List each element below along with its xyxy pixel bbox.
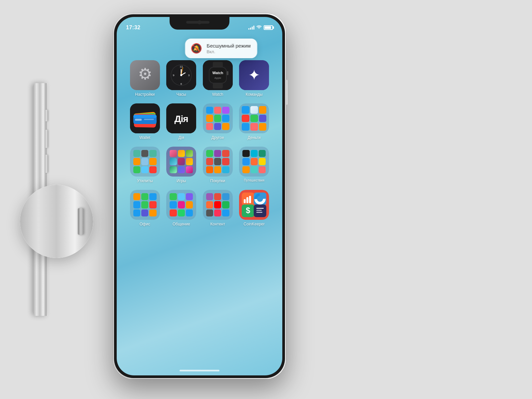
app-travel-label: Путешествия — [244, 179, 264, 182]
app-dengi-label: Деньги — [248, 135, 261, 140]
svg-point-12 — [180, 74, 182, 76]
svg-text:6: 6 — [181, 82, 182, 85]
iphone-screen: 17:32 — [117, 17, 282, 375]
notch — [170, 17, 229, 30]
volume-down-button[interactable] — [45, 155, 48, 173]
app-content-label: Контент — [210, 222, 225, 226]
app-wallet[interactable]: Wallet — [127, 103, 163, 140]
app-nastroyki-label: Настройки — [135, 92, 155, 97]
status-time: 17:32 — [126, 25, 140, 31]
svg-rect-37 — [249, 196, 251, 203]
svg-rect-35 — [244, 199, 246, 203]
power-button[interactable] — [286, 80, 288, 105]
app-coinkeeper-label: CoinKeeper — [244, 222, 265, 226]
iphone: 17:32 — [113, 13, 286, 379]
mute-button[interactable] — [45, 110, 48, 121]
home-indicator — [180, 370, 219, 371]
svg-text:9: 9 — [173, 74, 175, 77]
svg-text:12: 12 — [180, 65, 183, 68]
app-nastroyki[interactable]: ⚙ Настройки — [127, 60, 163, 97]
app-communication-label: Общение — [173, 222, 190, 226]
silent-mode-toast: 🔕 Бесшумный режим Вкл. — [185, 39, 257, 58]
svg-rect-20 — [227, 71, 228, 75]
app-chasy[interactable]: 12 3 6 9 — [163, 60, 200, 97]
app-chasy-label: Часы — [177, 92, 186, 97]
app-drugoe[interactable]: Другое — [200, 103, 236, 140]
magnifier-circle — [20, 185, 93, 258]
app-coinkeeper[interactable]: $ CoinKeeper — [236, 190, 273, 226]
svg-text:Watch: Watch — [212, 71, 223, 75]
app-utility[interactable]: Утилиты — [127, 147, 163, 183]
app-communication[interactable]: Общение — [163, 190, 200, 226]
app-content[interactable]: Контент — [200, 190, 236, 226]
app-grid: ⚙ Настройки 12 — [123, 60, 276, 226]
silent-text-block: Бесшумный режим Вкл. — [207, 43, 251, 54]
battery-icon — [264, 25, 273, 30]
app-shopping[interactable]: Покупки — [200, 147, 236, 183]
svg-rect-45 — [256, 210, 262, 211]
wifi-icon — [256, 25, 262, 30]
volume-up-button[interactable] — [45, 130, 48, 148]
silent-bell-icon: 🔕 — [191, 43, 202, 54]
app-office[interactable]: Офис — [127, 190, 163, 226]
signal-icon — [248, 26, 254, 30]
svg-text:⚙: ⚙ — [138, 65, 152, 83]
svg-rect-30 — [144, 119, 154, 120]
app-diia[interactable]: Дія Дія — [163, 103, 200, 140]
silent-mode-subtitle: Вкл. — [207, 49, 251, 54]
app-travel[interactable]: Путешествия — [236, 147, 273, 183]
app-games[interactable]: Игры — [163, 147, 200, 183]
svg-rect-29 — [135, 119, 142, 121]
svg-text:$: $ — [246, 206, 251, 215]
app-komandy-label: Команды — [246, 92, 263, 97]
svg-text:3: 3 — [188, 74, 190, 77]
app-office-label: Офис — [140, 222, 150, 226]
svg-text:✦: ✦ — [248, 67, 260, 83]
silent-mode-title: Бесшумный режим — [207, 43, 251, 49]
svg-rect-28 — [133, 115, 157, 118]
app-wallet-label: Wallet — [139, 135, 150, 140]
app-shopping-label: Покупки — [210, 179, 225, 183]
app-komandy[interactable]: ✦ Команды — [236, 60, 273, 97]
svg-text:Дія: Дія — [175, 114, 188, 124]
magnifier-button-detail — [78, 208, 84, 235]
svg-rect-36 — [246, 197, 248, 203]
svg-rect-46 — [256, 212, 262, 213]
app-diia-label: Дія — [179, 135, 184, 140]
svg-rect-17 — [209, 67, 226, 83]
app-utility-label: Утилиты — [137, 179, 153, 183]
app-dengi[interactable]: Деньги — [236, 103, 273, 140]
app-drugoe-label: Другое — [211, 135, 224, 140]
svg-rect-44 — [256, 208, 264, 209]
status-icons — [248, 25, 273, 30]
app-watch[interactable]: Watch Apple Watch — [200, 60, 236, 97]
app-games-label: Игры — [177, 179, 186, 183]
svg-text:Apple: Apple — [214, 76, 221, 79]
app-watch-label: Watch — [212, 92, 223, 97]
